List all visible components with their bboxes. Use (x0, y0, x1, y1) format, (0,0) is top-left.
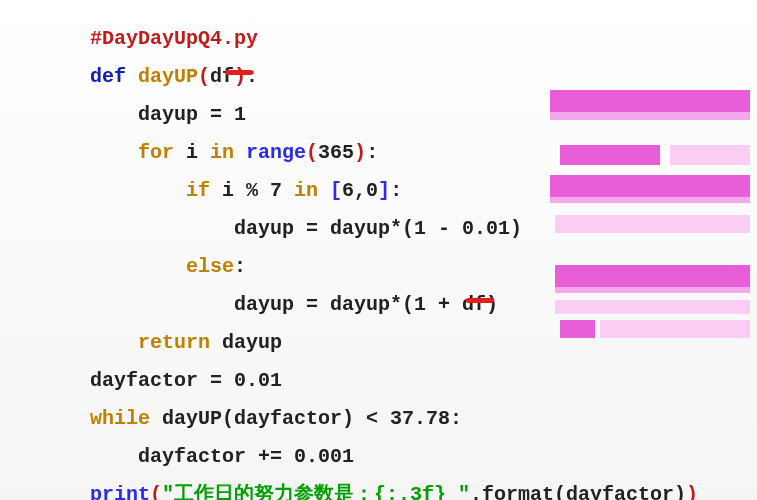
code-text: .format(dayfactor) (470, 483, 686, 500)
code-text: dayup = 1 (90, 103, 246, 126)
code-text: i (174, 141, 210, 164)
code-line-1: #DayDayUpQ4.py (90, 20, 757, 58)
colon: : (366, 141, 378, 164)
param: df (210, 65, 234, 88)
keyword-for: for (90, 141, 174, 164)
colon: : (390, 179, 402, 202)
underline-highlight (466, 298, 494, 303)
keyword-def: def (90, 65, 126, 88)
code-line-13: print("工作日的努力参数是：{:.3f} ".format(dayfact… (90, 476, 757, 500)
code-text: dayfactor = 0.01 (90, 369, 282, 392)
code-line-12: dayfactor += 0.001 (90, 438, 757, 476)
comment: #DayDayUpQ4.py (90, 27, 258, 50)
code-text (318, 179, 330, 202)
list-values: 6,0 (342, 179, 378, 202)
function-name: dayUP (126, 65, 198, 88)
code-text: dayup (210, 331, 282, 354)
code-text: i % 7 (210, 179, 294, 202)
keyword-in: in (210, 141, 234, 164)
colon: : (234, 255, 246, 278)
builtin-range: range (246, 141, 306, 164)
code-text: dayup = dayup*(1 - 0.01) (90, 217, 522, 240)
builtin-print: print (90, 483, 150, 500)
paren-close: ) (354, 141, 366, 164)
colon: : (246, 65, 258, 88)
keyword-else: else (90, 255, 234, 278)
code-text: dayup = dayup*(1 + df) (90, 293, 498, 316)
keyword-return: return (90, 331, 210, 354)
paren-close: ) (686, 483, 698, 500)
code-text: dayfactor += 0.001 (90, 445, 354, 468)
keyword-while: while (90, 407, 150, 430)
underline-highlight (225, 70, 253, 75)
number: 365 (318, 141, 354, 164)
paren-close: ) (234, 65, 246, 88)
paren-open: ( (306, 141, 318, 164)
code-text: dayUP(dayfactor) < 37.78: (150, 407, 462, 430)
paren-open: ( (150, 483, 162, 500)
bracket-open: [ (330, 179, 342, 202)
code-line-10: dayfactor = 0.01 (90, 362, 757, 400)
code-line-11: while dayUP(dayfactor) < 37.78: (90, 400, 757, 438)
code-text (234, 141, 246, 164)
keyword-if: if (90, 179, 210, 202)
keyword-in: in (294, 179, 318, 202)
bracket-close: ] (378, 179, 390, 202)
string-literal: "工作日的努力参数是：{:.3f} " (162, 483, 470, 500)
paren-open: ( (198, 65, 210, 88)
